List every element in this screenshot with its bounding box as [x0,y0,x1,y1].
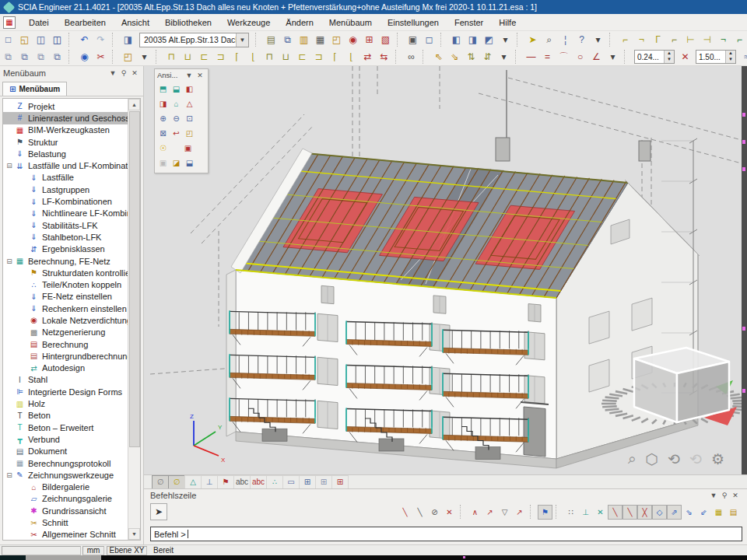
result-table-2-toggle[interactable]: ⊞ [315,475,331,489]
tree-item-lokale-netz[interactable]: ◉ Lokale Netzverdichtung [3,314,128,326]
tree-item-dokument[interactable]: ▤ Dokument [3,446,128,457]
spinner-arrows[interactable]: ▲▼ [664,51,674,63]
section-tool-2[interactable]: ⊔ [180,49,196,65]
section-tool-5[interactable]: ⌈ [229,49,245,65]
snap-angle[interactable]: ⇙ [696,505,711,520]
undo-button[interactable]: ↶ [76,32,93,47]
perspective-view[interactable]: ⬓ [183,156,196,170]
scroll-up-icon[interactable]: ▲ [128,99,140,110]
snap-rotate-2[interactable]: ⇘ [682,505,696,520]
tree-item-bim[interactable]: ▦ BIM-Werkzeugkasten [3,124,128,136]
model-tool-8[interactable]: ▧ [377,32,394,47]
model-tool-7[interactable]: ⊞ [361,32,377,47]
tree-item-strukturdaten[interactable]: ⚑ Strukturdaten kontrollie [3,267,128,278]
tree-item-stahl[interactable]: I Stahl [3,374,128,386]
support-tool-6[interactable]: ⊣ [699,32,715,47]
view-image-2[interactable]: ▣ [156,156,170,170]
draw-line-button[interactable]: — [523,49,539,65]
support-tool-5[interactable]: ⊢ [682,32,699,47]
tree-item-netzgenerierung[interactable]: ▩ Netzgenerierung [3,327,128,338]
tree-item-protokoll[interactable]: ▦ Berechnungsprotokoll [3,457,128,469]
pin-icon[interactable]: ⚲ [118,69,129,77]
snap-endpoint[interactable]: ╲ [398,505,412,520]
tree-item-teile-knoten[interactable]: ∴ Teile/Knoten koppeln [3,278,128,290]
menu-einstellungen[interactable]: Einstellungen [381,16,446,30]
tree-item-belastung[interactable]: ⇓ Belastung [3,148,128,159]
open-viewpoint[interactable]: ◰ [183,126,196,141]
tree-item-schnitt[interactable]: ✂ Schnitt [3,516,128,528]
print-button[interactable]: ▣ [405,32,421,47]
zoom-previous[interactable]: ↩ [170,126,183,141]
print-preview-button[interactable]: ◻ [421,32,437,47]
window-layout-3[interactable]: ◩ [481,32,497,47]
gear-icon[interactable]: ⚙ [711,450,724,468]
move-tool-dropdown[interactable]: ▾ [496,49,512,65]
search-button[interactable]: ⌕ [541,32,557,47]
send-to-dropdown[interactable]: ▾ [136,49,153,65]
draw-parallel-button[interactable]: = [539,49,556,65]
draw-angle-button[interactable]: ∠ [588,49,605,65]
window-layout-2[interactable]: ◨ [465,32,481,47]
tree-item-zeichnung[interactable]: ⊟ ✎ Zeichnungswerkzeuge [3,469,128,481]
menu-menuebaum[interactable]: Menübaum [322,16,379,30]
snap-segment[interactable]: ╲ [412,505,427,520]
rotate-view-alt-icon[interactable]: ⟲ [689,450,702,468]
view-direction-1[interactable]: ⬒ [156,82,170,96]
move-tool-3[interactable]: ⇅ [463,49,479,65]
tree-item-autodesign[interactable]: ⇄ Autodesign [3,362,128,374]
tree-item-lastfaelle-gruppe[interactable]: ⊟ ⇊ Lastfälle und LF-Kombinat [3,159,128,171]
support-tool-7[interactable]: ¬ [715,32,731,47]
tree-item-berechnung-fenetz[interactable]: ⊟ ▦ Berechnung, FE-Netz [3,255,128,267]
tab-menubaum[interactable]: ⊞ Menübaum [2,82,67,96]
node-labels-toggle[interactable]: abc [250,475,266,489]
tree-item-rechenkern[interactable]: ⇓ Rechenkern einstellen [3,303,128,314]
pin-icon[interactable]: ⚲ [719,492,730,499]
members-display-toggle[interactable]: ▭ [282,475,299,489]
view-direction-4[interactable]: ◨ [156,96,170,111]
new-button[interactable]: □ [0,32,16,47]
open-button[interactable]: ◱ [16,32,33,47]
tree-item-lastgruppen[interactable]: ⇓ Lastgruppen [3,184,128,195]
support-tool-2[interactable]: ¬ [633,32,650,47]
tree-item-stahlbeton-lfk[interactable]: ⇓ Stahlbeton-LFK [3,231,128,243]
tree-item-allg-schnitt[interactable]: ✂ Allgemeiner Schnitt [3,529,128,541]
view-direction-3[interactable]: ◧ [183,82,196,96]
what-is-button[interactable]: ? [573,32,590,47]
support-tool-3[interactable]: Γ [650,32,666,47]
plane-field[interactable]: Ebene XY [107,546,147,555]
project-window-button[interactable]: ◨ [120,32,136,47]
move-tool-2[interactable]: ⇘ [447,49,463,65]
section-tool-9[interactable]: ⊏ [294,49,310,65]
close-icon[interactable]: ✕ [195,72,205,79]
section-tool-1[interactable]: ⊓ [163,49,180,65]
snap-ortho[interactable]: ◇ [652,505,667,520]
activity-button[interactable]: ➤ [524,32,541,47]
visibility-button[interactable]: ◉ [76,49,93,65]
chevron-down-icon[interactable]: ▼ [236,33,248,47]
snap-cross[interactable]: ╳ [637,505,652,520]
send-to-button[interactable]: ◰ [120,49,136,65]
tree-item-stabilitaets-lfk[interactable]: ⇓ Stabilitäts-LFK [3,219,128,231]
draw-circle-button[interactable]: ○ [572,49,588,65]
section-tool-10[interactable]: ⊐ [310,49,327,65]
binocular-button[interactable]: ∞ [403,49,419,65]
snap-endpoint-2[interactable]: ╲ [622,505,637,520]
tree-item-hintergrund[interactable]: ▤ Hintergrundberechnung [3,350,128,362]
model-tool-4[interactable]: ▦ [312,32,328,47]
snap-vector-2[interactable]: ↗ [512,505,527,520]
section-tool-7[interactable]: ⊓ [261,49,278,65]
chevron-down-icon[interactable]: ▼ [184,72,195,79]
window-layout-1[interactable]: ◧ [448,32,465,47]
loads-toggle[interactable]: ⊥ [201,475,217,489]
model-tool-5[interactable]: ◰ [328,32,345,47]
tree-item-lf-kombinationen[interactable]: ⇓ LF-Kombinationen [3,195,128,207]
unit-field[interactable]: mm [82,546,104,555]
zoom-all[interactable]: ⊠ [156,126,170,141]
tree-item-projekt[interactable]: Z Projekt [3,100,128,112]
snap-plane[interactable]: ▽ [497,505,512,520]
shading-light[interactable]: ☉ [156,141,170,156]
tree-item-grundriss[interactable]: ✱ Grundrissansicht [3,505,128,516]
tree-scrollbar[interactable]: ▲ ▼ [128,99,140,540]
info-dropdown[interactable]: ▾ [590,32,606,47]
snap-rotate-1[interactable]: ⇗ [667,505,682,520]
